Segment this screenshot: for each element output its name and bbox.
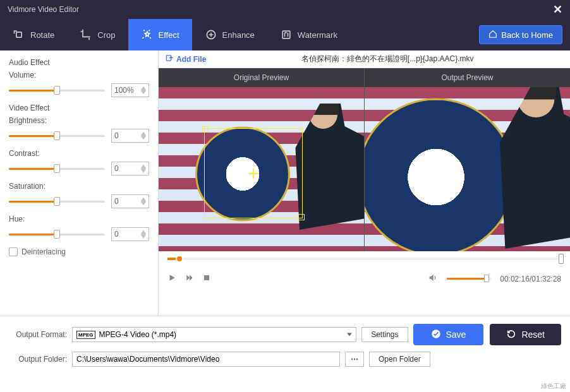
video-effect-heading: Video Effect	[9, 104, 149, 112]
crop-icon	[80, 28, 92, 41]
crop-tab[interactable]: Crop	[67, 19, 128, 50]
title-bar: Vidmore Video Editor ✕	[0, 0, 570, 19]
rotate-label: Rotate	[30, 30, 54, 40]
output-preview-pane	[365, 87, 570, 251]
deinterlacing-checkbox[interactable]	[9, 247, 18, 256]
brightness-spinner[interactable]: 0	[111, 129, 149, 143]
effect-tab[interactable]: Effect	[128, 19, 192, 50]
add-file-icon	[165, 54, 174, 64]
output-format-label: Output Format:	[9, 330, 67, 339]
mpeg-icon: MPEG	[76, 331, 95, 339]
saturation-spinner[interactable]: 0	[111, 194, 149, 208]
window-title: Vidmore Video Editor	[8, 5, 79, 14]
browse-button[interactable]: ⋯	[345, 352, 364, 367]
main-toolbar: Rotate Crop Effect Enhance Watermark Bac…	[0, 19, 570, 50]
bottom-panel: Output Format: MPEG MPEG-4 Video (*.mp4)…	[0, 316, 570, 374]
save-button[interactable]: Save	[413, 324, 484, 345]
contrast-label: Contrast:	[9, 149, 149, 158]
footer-watermark: 綠色工廠	[541, 382, 566, 391]
watermark-selection-box[interactable]	[204, 128, 303, 218]
settings-button[interactable]: Settings	[361, 327, 408, 342]
svg-rect-0	[16, 32, 21, 37]
seek-slider[interactable]	[167, 258, 561, 260]
add-file-label: Add File	[176, 55, 206, 64]
effect-sidebar: Audio Effect Volume: 100% Video Effect B…	[0, 50, 158, 316]
check-icon	[431, 329, 441, 341]
crop-label: Crop	[97, 30, 115, 40]
crosshair-icon	[248, 169, 258, 179]
back-home-button[interactable]: Back to Home	[479, 25, 562, 44]
preview-area: Add File 名偵探柯南：緋色的不在場證明[...p}{Jap.AAC}.m…	[158, 50, 570, 316]
volume-slider[interactable]	[9, 90, 105, 92]
back-home-label: Back to Home	[501, 30, 553, 40]
output-folder-input[interactable]: C:\Users\wawa\Documents\Vidmore\Video	[72, 352, 340, 367]
enhance-tab[interactable]: Enhance	[192, 19, 267, 50]
output-format-value: MPEG-4 Video (*.mp4)	[99, 330, 177, 339]
close-icon[interactable]: ✕	[553, 3, 562, 16]
rotate-icon	[13, 28, 25, 41]
reset-icon	[506, 329, 516, 341]
contrast-slider[interactable]	[9, 168, 105, 170]
add-file-button[interactable]: Add File	[165, 54, 206, 64]
audio-effect-heading: Audio Effect	[9, 58, 149, 67]
home-icon	[488, 30, 497, 40]
watermark-tab[interactable]: Watermark	[267, 19, 350, 50]
hue-spinner[interactable]: 0	[111, 227, 149, 241]
save-label: Save	[446, 330, 466, 340]
volume-icon[interactable]	[428, 273, 438, 285]
effect-label: Effect	[159, 30, 179, 40]
fast-forward-button[interactable]	[185, 273, 194, 284]
open-folder-button[interactable]: Open Folder	[369, 352, 430, 367]
enhance-label: Enhance	[222, 30, 255, 40]
reset-label: Reset	[521, 330, 545, 340]
saturation-slider[interactable]	[9, 201, 105, 203]
watermark-label: Watermark	[298, 30, 337, 40]
effect-icon	[141, 28, 154, 41]
svg-rect-4	[204, 275, 209, 280]
original-preview-pane[interactable]	[159, 87, 365, 251]
original-preview-label: Original Preview	[159, 68, 365, 87]
volume-label: Volume:	[9, 71, 149, 80]
volume-playback-slider[interactable]	[447, 278, 491, 280]
output-folder-label: Output Folder:	[9, 355, 67, 364]
output-format-dropdown[interactable]: MPEG MPEG-4 Video (*.mp4)	[72, 327, 356, 342]
contrast-spinner[interactable]: 0	[111, 162, 149, 175]
current-filename: 名偵探柯南：緋色的不在場證明[...p}{Jap.AAC}.mkv	[211, 54, 564, 64]
output-preview-label: Output Preview	[365, 68, 570, 87]
volume-spinner[interactable]: 100%	[111, 83, 149, 97]
hue-label: Hue:	[9, 215, 149, 223]
enhance-icon	[205, 28, 217, 41]
reset-button[interactable]: Reset	[490, 324, 561, 345]
hue-slider[interactable]	[9, 234, 105, 235]
time-display: 00:02:16/01:32:28	[500, 275, 561, 283]
deinterlacing-label: Deinterlacing	[21, 247, 66, 256]
brightness-label: Brightness:	[9, 116, 149, 125]
play-button[interactable]	[167, 273, 176, 284]
watermark-icon	[280, 28, 293, 41]
stop-button[interactable]	[203, 274, 210, 283]
rotate-tab[interactable]: Rotate	[0, 19, 67, 50]
saturation-label: Saturation:	[9, 182, 149, 191]
brightness-slider[interactable]	[9, 135, 105, 137]
